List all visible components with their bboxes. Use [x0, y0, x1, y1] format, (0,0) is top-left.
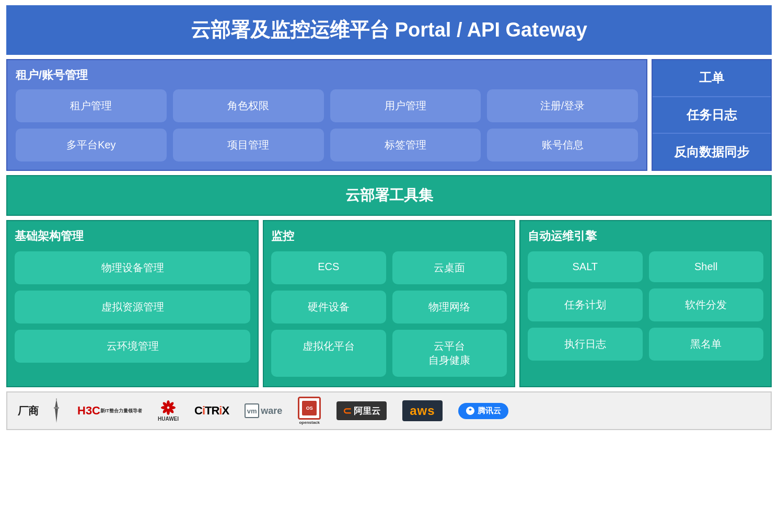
- ops-grid: SALT Shell 任务计划 软件分发 执行日志 黑名单: [528, 251, 763, 361]
- tenant-grid: 租户管理 角色权限 用户管理 注册/登录 多平台Key 项目管理 标签管理 账号…: [16, 89, 638, 161]
- tenant-item-0: 租户管理: [16, 89, 167, 122]
- tenant-item-5: 项目管理: [173, 129, 324, 161]
- vendor-openstack: OS openstack: [295, 398, 324, 424]
- ops-box: 自动运维引擎 SALT Shell 任务计划 软件分发 执行日志 黑名单: [519, 220, 772, 387]
- vendor-h3c: H3C 新IT整合力量领导者: [74, 398, 145, 424]
- vendor-vmware: vm ware: [241, 398, 285, 424]
- vendor-tencent: 腾讯云: [455, 398, 512, 424]
- vendor-huawei: HUAWEI: [155, 398, 182, 424]
- infra-item-2: 云环境管理: [15, 330, 250, 363]
- vendor-aliyun: ⊂阿里云: [333, 398, 390, 424]
- infra-item-1: 虚拟资源管理: [15, 291, 250, 323]
- right-panel-item-2: 反向数据同步: [653, 134, 771, 170]
- tenant-item-2: 用户管理: [330, 89, 481, 122]
- tools-bar: 云部署工具集: [6, 175, 772, 216]
- infra-box: 基础架构管理 物理设备管理 虚拟资源管理 云环境管理: [6, 220, 259, 387]
- ops-item-5: 黑名单: [649, 328, 764, 361]
- right-panel-item-1: 任务日志: [653, 97, 771, 134]
- monitor-box: 监控 ECS 云桌面 硬件设备 物理网络 虚拟化平台 云平台 自身健康: [263, 220, 515, 387]
- svg-rect-2: [56, 398, 57, 401]
- svg-rect-1: [54, 407, 59, 409]
- ops-item-0: SALT: [528, 251, 643, 282]
- vendor-aws: aws: [399, 398, 445, 424]
- monitor-grid: ECS 云桌面 硬件设备 物理网络 虚拟化平台 云平台 自身健康: [271, 251, 507, 377]
- monitor-item-4: 虚拟化平台: [271, 330, 386, 377]
- vendor-citrix: CiTRiX: [191, 398, 232, 424]
- section1: 租户/账号管理 租户管理 角色权限 用户管理 注册/登录 多平台Key 项目管理…: [6, 59, 772, 171]
- vendor-label: 厂商: [18, 404, 39, 418]
- main-wrapper: 云部署及监控运维平台 Portal / API Gateway 租户/账号管理 …: [0, 0, 778, 532]
- tenant-item-4: 多平台Key: [16, 129, 167, 161]
- section2: 基础架构管理 物理设备管理 虚拟资源管理 云环境管理 监控 ECS 云桌面 硬件…: [6, 220, 772, 387]
- monitor-item-3: 物理网络: [392, 291, 507, 323]
- monitor-item-2: 硬件设备: [271, 291, 386, 323]
- monitor-item-5: 云平台 自身健康: [392, 330, 507, 377]
- ops-item-4: 执行日志: [528, 328, 643, 361]
- svg-marker-0: [55, 399, 58, 423]
- right-panel-item-0: 工单: [653, 60, 771, 97]
- page-title: 云部署及监控运维平台 Portal / API Gateway: [6, 5, 772, 55]
- monitor-item-1: 云桌面: [392, 251, 507, 284]
- tenant-item-3: 注册/登录: [487, 89, 638, 122]
- ops-item-2: 任务计划: [528, 288, 643, 321]
- tenant-item-1: 角色权限: [173, 89, 324, 122]
- tenant-box: 租户/账号管理 租户管理 角色权限 用户管理 注册/登录 多平台Key 项目管理…: [6, 59, 647, 171]
- monitor-item-0: ECS: [271, 251, 386, 284]
- infra-item-0: 物理设备管理: [15, 251, 250, 284]
- ops-item-1: Shell: [649, 251, 764, 282]
- ops-item-3: 软件分发: [649, 288, 764, 321]
- tenant-item-7: 账号信息: [487, 129, 638, 161]
- tenant-item-6: 标签管理: [330, 129, 481, 161]
- infra-label: 基础架构管理: [15, 228, 250, 244]
- infra-items: 物理设备管理 虚拟资源管理 云环境管理: [15, 251, 250, 363]
- right-panel: 工单 任务日志 反向数据同步: [652, 59, 772, 171]
- vendor-bar: 厂商 H3C 新IT整合力量领导者: [6, 391, 772, 430]
- monitor-label: 监控: [271, 228, 507, 244]
- tenant-label: 租户/账号管理: [16, 67, 638, 83]
- vendor-sword: [48, 398, 65, 424]
- ops-label: 自动运维引擎: [528, 228, 763, 244]
